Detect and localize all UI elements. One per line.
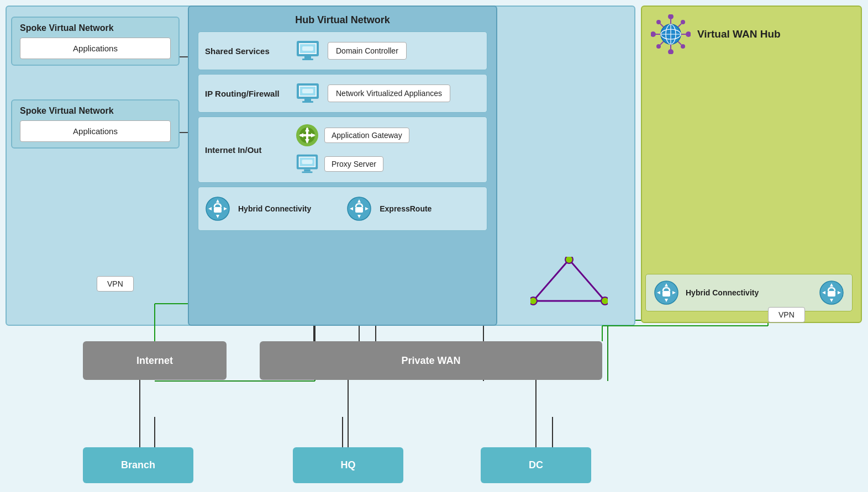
wan-lock-icon-2 bbox=[819, 280, 844, 305]
svg-point-57 bbox=[681, 20, 685, 24]
svg-point-58 bbox=[656, 44, 661, 49]
svg-rect-33 bbox=[300, 134, 314, 136]
svg-rect-36 bbox=[304, 170, 311, 172]
svg-point-53 bbox=[686, 31, 691, 37]
monitor-icon-3 bbox=[294, 151, 320, 177]
svg-rect-25 bbox=[302, 89, 313, 93]
private-wan-box: Private WAN bbox=[260, 341, 602, 380]
hybrid-connectivity-label-hub: Hybrid Connectivity bbox=[238, 204, 311, 213]
svg-rect-39 bbox=[302, 160, 312, 164]
monitor-icon-1 bbox=[294, 38, 321, 64]
svg-line-67 bbox=[678, 41, 681, 45]
hub-row-ip-routing: IP Routing/Firewall Network Virtualized … bbox=[198, 74, 487, 113]
svg-rect-80 bbox=[828, 291, 835, 297]
ip-routing-label: IP Routing/Firewall bbox=[205, 89, 288, 98]
internet-box: Internet bbox=[83, 341, 227, 380]
spoke-2-title: Spoke Virtual Network bbox=[20, 106, 171, 116]
domain-controller-label: Domain Controller bbox=[328, 42, 407, 60]
svg-point-52 bbox=[668, 14, 674, 19]
monitor-icon-2 bbox=[294, 80, 321, 107]
hub-item-app-gateway: Application Gateway bbox=[294, 123, 409, 148]
svg-line-66 bbox=[660, 41, 664, 45]
expressroute-label: ExpressRoute bbox=[380, 204, 432, 213]
expressroute-lock-icon bbox=[346, 196, 372, 221]
svg-rect-17 bbox=[302, 59, 313, 60]
internet-inout-label: Internet In/Out bbox=[205, 145, 288, 155]
svg-point-86 bbox=[565, 257, 573, 263]
spoke-2-inner: Applications bbox=[20, 120, 171, 142]
svg-line-65 bbox=[678, 24, 681, 27]
app-gateway-label: Application Gateway bbox=[324, 128, 409, 143]
hub-row-hybrid: Hybrid Connectivity ExpressRoute bbox=[198, 187, 487, 231]
svg-line-64 bbox=[660, 24, 664, 27]
spoke-1-inner: Applications bbox=[20, 38, 171, 59]
vpn-label-right: VPN bbox=[768, 307, 805, 322]
svg-rect-74 bbox=[662, 291, 670, 297]
svg-marker-85 bbox=[533, 260, 605, 301]
hub-item-proxy: Proxy Server bbox=[294, 151, 409, 177]
wan-hub-title: Virtual WAN Hub bbox=[697, 28, 781, 40]
shared-services-label: Shared Services bbox=[205, 46, 288, 56]
hub-row-internet: Internet In/Out Application Gateway bbox=[198, 117, 487, 183]
svg-rect-37 bbox=[302, 171, 312, 173]
hq-box: HQ bbox=[293, 447, 403, 483]
svg-rect-47 bbox=[355, 207, 363, 213]
svg-point-87 bbox=[530, 297, 537, 305]
hub-title: Hub Virtual Network bbox=[198, 14, 487, 26]
svg-point-88 bbox=[601, 297, 608, 305]
wan-lock-icon-1 bbox=[654, 280, 679, 305]
wan-hybrid-box: Hybrid Connectivity bbox=[645, 274, 853, 311]
proxy-server-label: Proxy Server bbox=[324, 156, 383, 172]
hub-row-shared-services: Shared Services Domain Controller bbox=[198, 31, 487, 70]
network-virtual-appliances-label: Network Virtualized Appliances bbox=[328, 84, 450, 102]
svg-rect-23 bbox=[302, 101, 313, 103]
spoke-vnet-2: Spoke Virtual Network Applications bbox=[11, 99, 180, 149]
svg-point-54 bbox=[668, 49, 674, 54]
svg-point-59 bbox=[681, 44, 685, 49]
expressroute-triangle bbox=[530, 257, 608, 306]
vpn-label-left: VPN bbox=[97, 276, 134, 292]
branch-box: Branch bbox=[83, 447, 193, 483]
wan-globe-icon bbox=[651, 14, 691, 54]
spoke-1-title: Spoke Virtual Network bbox=[20, 23, 171, 33]
svg-point-56 bbox=[656, 20, 661, 24]
wan-hybrid-label: Hybrid Connectivity bbox=[686, 288, 759, 297]
svg-rect-41 bbox=[214, 207, 222, 213]
svg-rect-16 bbox=[304, 56, 311, 59]
svg-rect-19 bbox=[302, 46, 313, 51]
vpn-lock-icon-1 bbox=[205, 196, 230, 221]
spoke-vnet-1: Spoke Virtual Network Applications bbox=[11, 17, 180, 66]
dc-box: DC bbox=[481, 447, 591, 483]
svg-rect-22 bbox=[304, 99, 311, 101]
svg-point-55 bbox=[651, 31, 656, 37]
app-gateway-icon bbox=[294, 123, 320, 148]
hub-vnet: Hub Virtual Network Shared Services Doma… bbox=[188, 6, 497, 326]
